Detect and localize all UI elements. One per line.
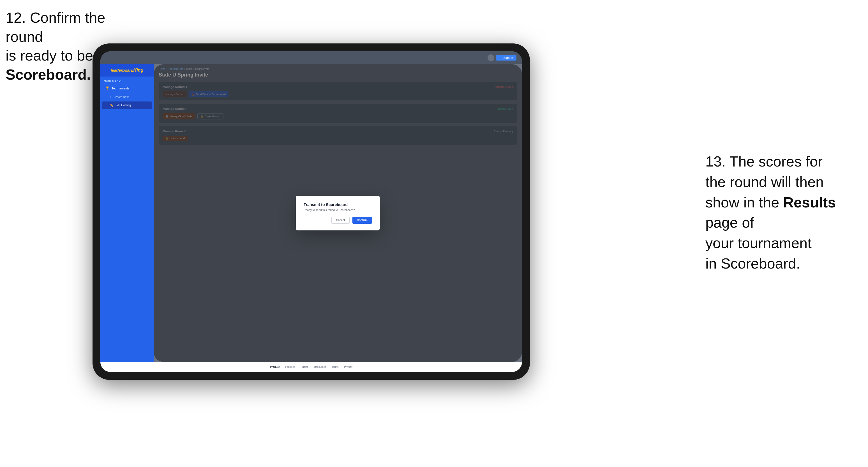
footer-link-product[interactable]: Product	[270, 366, 280, 368]
modal-confirm-button[interactable]: Confirm	[352, 217, 372, 224]
modal-overlay: Transmit to Scoreboard Ready to send thi…	[154, 64, 522, 362]
sidebar: leaderboardKing MAIN MENU 🏆 Tournaments …	[100, 64, 154, 362]
main-menu-label: MAIN MENU	[100, 76, 154, 83]
sign-in-button[interactable]: → Sign In	[496, 55, 517, 61]
sidebar-item-edit-existing[interactable]: ✏️ Edit Existing	[102, 101, 152, 109]
footer-link-features[interactable]: Features	[285, 366, 295, 368]
tablet-frame: → Sign In leaderboardKing MAIN MENU 🏆 To…	[93, 43, 530, 380]
content-area: Home › Tournaments › State U Spring Invi…	[154, 64, 522, 362]
user-avatar-icon	[488, 54, 494, 61]
plus-icon: +	[110, 96, 112, 99]
trophy-icon: 🏆	[105, 86, 109, 90]
footer-link-pricing[interactable]: Pricing	[301, 366, 308, 368]
footer-link-resources[interactable]: Resources	[314, 366, 326, 368]
modal-cancel-button[interactable]: Cancel	[331, 217, 350, 224]
tablet-screen: → Sign In leaderboardKing MAIN MENU 🏆 To…	[100, 51, 522, 372]
tablet-footer: Product Features Pricing Resources Terms…	[100, 362, 522, 372]
modal-box: Transmit to Scoreboard Ready to send thi…	[296, 196, 380, 230]
footer-link-terms[interactable]: Terms	[332, 366, 339, 368]
main-area: leaderboardKing MAIN MENU 🏆 Tournaments …	[100, 64, 522, 362]
sidebar-item-create-new[interactable]: + Create New	[102, 93, 152, 101]
modal-title: Transmit to Scoreboard	[304, 203, 372, 207]
modal-actions: Cancel Confirm	[304, 217, 372, 224]
modal-subtitle: Ready to send this round to Scoreboard?	[304, 209, 372, 212]
instruction-right: 13. The scores for the round will then s…	[705, 151, 862, 274]
sign-in-icon: →	[499, 56, 502, 59]
sidebar-item-tournaments[interactable]: 🏆 Tournaments	[102, 84, 152, 93]
top-bar: → Sign In	[100, 51, 522, 64]
edit-icon: ✏️	[110, 104, 113, 107]
logo-area: leaderboardKing	[100, 64, 154, 76]
logo: leaderboardKing	[111, 67, 143, 73]
footer-link-privacy[interactable]: Privacy	[344, 366, 353, 368]
